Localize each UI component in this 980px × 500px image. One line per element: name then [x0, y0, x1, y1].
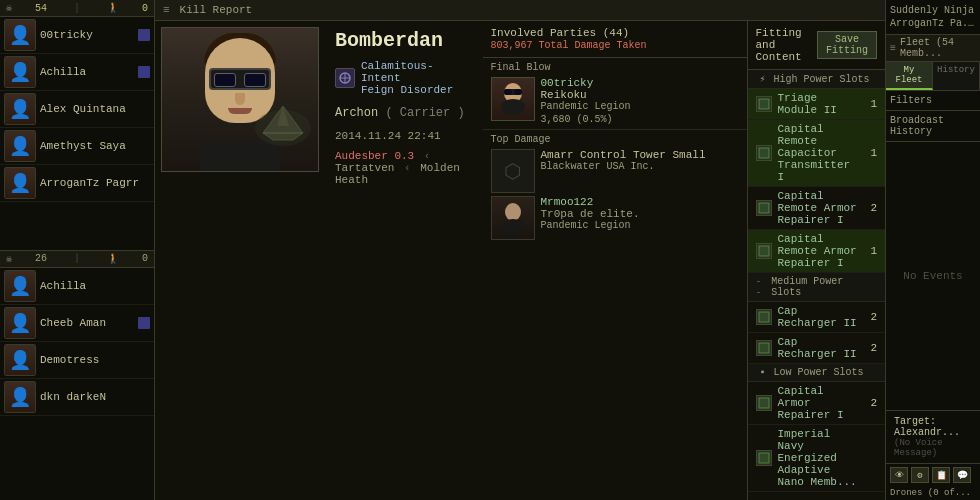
player-name: Amethyst Saya — [40, 140, 150, 152]
player-name: ArroganTz Pagrr — [40, 177, 150, 189]
player-item[interactable]: 👤 Cheeb Aman — [0, 305, 154, 342]
medium-dash: -- — [756, 276, 768, 298]
section1-kills: 54 — [35, 3, 47, 14]
player-item[interactable]: 👤 Achilla — [0, 54, 154, 91]
top-damage-item: ⬡ Amarr Control Tower Small Blackwater U… — [491, 149, 739, 193]
copy-icon[interactable]: 📋 — [932, 467, 950, 483]
section1-header: ☠ 54 | 🚶 0 — [0, 0, 154, 17]
svg-rect-16 — [759, 203, 769, 213]
top-damage-label: Top Damage — [491, 134, 739, 145]
final-blow-name: 00tricky — [541, 77, 739, 89]
svg-rect-20 — [759, 398, 769, 408]
bottom-icons: 👁 ⚙ 📋 💬 — [886, 463, 980, 486]
final-blow-info: 00tricky Reikoku Pandemic Legion 3,680 (… — [541, 77, 739, 125]
section1-kills-icon: ☠ — [6, 2, 12, 14]
eye-icon[interactable]: 👁 — [890, 467, 908, 483]
item-icon — [756, 96, 772, 112]
pilot-info-section: Bomberdan Calamitous-Intent Feign Disord… — [325, 21, 483, 500]
medium-power-header: -- Medium Power Slots — [748, 273, 886, 302]
history-tab[interactable]: History — [933, 62, 980, 90]
player-name: Cheeb Aman — [40, 317, 136, 329]
avatar: 👤 — [4, 381, 36, 413]
top-damage-list: ⬡ Amarr Control Tower Small Blackwater U… — [491, 149, 739, 240]
player-item[interactable]: 👤 ArroganTz Pagrr — [0, 165, 154, 202]
fitting-item[interactable]: Capital Remote Armor Repairer I 1 — [748, 230, 886, 273]
ship-name: Archon — [335, 106, 378, 120]
fitting-item[interactable]: Capital Remote Armor Repairer I 2 — [748, 187, 886, 230]
item-name: Capital Remote Armor Repairer I — [778, 233, 862, 269]
item-qty: 2 — [861, 342, 877, 354]
fitting-item[interactable]: Triage Module II 1 — [748, 89, 886, 120]
filters-label: Filters — [890, 95, 932, 106]
ship-type: Archon ( Carrier ) — [335, 106, 473, 120]
player-name: Alex Quintana — [40, 103, 150, 115]
fitting-item[interactable]: Cap Recharger II 2 — [748, 333, 886, 364]
avatar: 👤 — [4, 307, 36, 339]
chat-icon[interactable]: 💬 — [953, 467, 971, 483]
td-name-2: Mrmoo122 — [541, 196, 739, 208]
item-qty: 1 — [861, 245, 877, 257]
bottom-fleet: Target: Alexandr... (No Voice Message) — [886, 410, 980, 463]
item-name: Capital Armor Repairer I — [778, 385, 862, 421]
player-name: Achilla — [40, 280, 150, 292]
svg-rect-19 — [759, 343, 769, 353]
svg-rect-17 — [759, 246, 769, 256]
player-name: 00tricky — [40, 29, 136, 41]
section2-losses: 0 — [142, 253, 148, 264]
top-damage-item-2: Mrmoo122 Tr0pa de elite. Pandemic Legion — [491, 196, 739, 240]
player-item[interactable]: 👤 Demotress — [0, 342, 154, 379]
no-events: No Events — [886, 142, 980, 410]
final-blow-avatar — [491, 77, 535, 121]
kill-report-header: ≡ Kill Report — [155, 0, 885, 21]
item-icon — [756, 145, 772, 161]
fitting-item[interactable]: Imperial Navy Energized Adaptive Nano Me… — [748, 425, 886, 492]
involved-title: Involved Parties (44) — [491, 27, 739, 39]
fleet-header-icon: ≡ — [890, 43, 896, 54]
item-qty: 2 — [861, 311, 877, 323]
svg-rect-14 — [759, 99, 769, 109]
svg-point-10 — [514, 89, 522, 95]
avatar: 👤 — [4, 130, 36, 162]
kill-report-body: Bomberdan Calamitous-Intent Feign Disord… — [155, 21, 885, 500]
medium-power-label: Medium Power Slots — [771, 276, 877, 298]
player-item[interactable]: 👤 dkn darkeN — [0, 379, 154, 416]
player-item[interactable]: 👤 00tricky — [0, 17, 154, 54]
fitting-item[interactable]: Capital Armor Repairer I 2 — [748, 382, 886, 425]
player-item[interactable]: 👤 Amethyst Saya — [0, 128, 154, 165]
item-qty: 2 — [861, 397, 877, 409]
ship-class-close: ) — [457, 106, 464, 120]
avatar: 👤 — [4, 167, 36, 199]
corp-icon — [138, 29, 150, 41]
save-fitting-button[interactable]: Save Fitting — [817, 31, 877, 59]
ship-class-text: Carrier — [400, 106, 450, 120]
td-corp-2: Pandemic Legion — [541, 220, 739, 231]
fitting-title: Fitting and Content — [756, 27, 817, 63]
td-info-2: Mrmoo122 Tr0pa de elite. Pandemic Legion — [541, 196, 739, 231]
face-right-goggle — [244, 73, 266, 87]
item-icon — [756, 340, 772, 356]
player-item[interactable]: 👤 Achilla — [0, 268, 154, 305]
fitting-item[interactable]: Cap Recharger II 2 — [748, 302, 886, 333]
item-icon — [756, 243, 772, 259]
fleet-names: Suddenly Ninja ArroganTz Pa... — [886, 0, 980, 35]
corp-icon — [138, 66, 150, 78]
item-name: Triage Module II — [778, 92, 862, 116]
item-name: Cap Recharger II — [778, 336, 862, 360]
section1-player-list: 👤 00tricky 👤 Achilla 👤 Alex Quintana 👤 A… — [0, 17, 154, 250]
pilot-name: Bomberdan — [335, 29, 473, 52]
system-name[interactable]: Audesber — [335, 150, 388, 162]
svg-rect-21 — [759, 453, 769, 463]
svg-point-12 — [505, 203, 521, 221]
ship-thumbnail — [253, 98, 313, 158]
corp-name-text: Calamitous-Intent — [361, 60, 473, 84]
item-icon — [756, 309, 772, 325]
face-nose — [235, 93, 245, 105]
security-value: 0.3 — [394, 150, 414, 162]
player-item[interactable]: 👤 Alex Quintana — [0, 91, 154, 128]
section2-sep: | — [74, 253, 80, 264]
gear-icon[interactable]: ⚙ — [911, 467, 929, 483]
broadcast-history: Broadcast History — [886, 111, 980, 142]
my-fleet-tab[interactable]: My Fleet — [886, 62, 933, 90]
region1[interactable]: Tartatven — [335, 162, 394, 174]
fitting-item[interactable]: Capital Remote Capacitor Transmitter I 1 — [748, 120, 886, 187]
